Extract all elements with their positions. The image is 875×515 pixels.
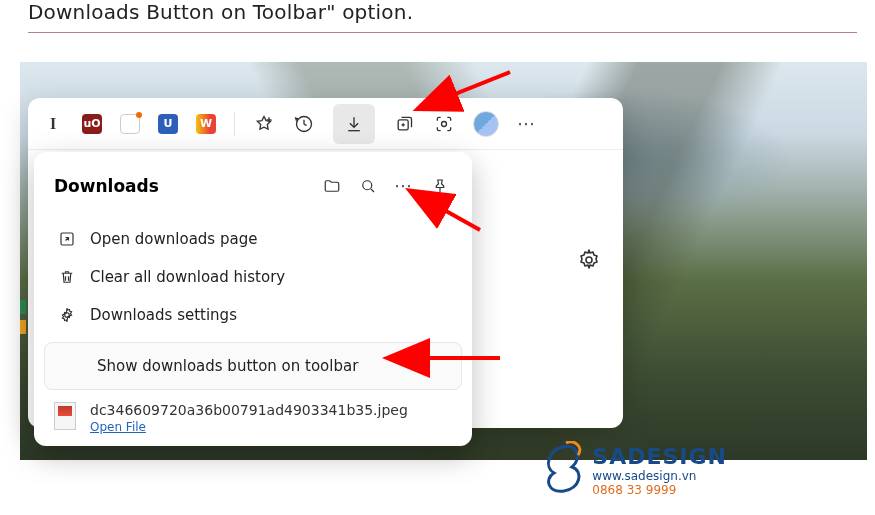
downloads-menu: Open downloads page Clear all download h… <box>44 216 462 336</box>
watermark-url: www.sadesign.vn <box>592 469 727 483</box>
browser-toolbar: I uO U W ⋯ <box>28 98 623 150</box>
horizontal-rule <box>28 32 857 33</box>
history-icon[interactable] <box>293 113 315 135</box>
profile-avatar[interactable] <box>473 111 499 137</box>
divider <box>234 112 235 136</box>
ublock-icon[interactable]: uO <box>82 114 102 134</box>
menu-show-button-on-toolbar[interactable]: Show downloads button on toolbar <box>44 342 462 390</box>
pin-icon[interactable] <box>424 170 456 202</box>
extension-icon[interactable]: I <box>42 113 64 135</box>
svg-point-4 <box>363 181 372 190</box>
panel-title: Downloads <box>54 176 312 196</box>
watermark: SADESIGN www.sadesign.vn 0868 33 9999 <box>538 441 727 497</box>
download-open-file-link[interactable]: Open File <box>90 420 408 434</box>
panel-header: Downloads ⋯ <box>34 160 472 216</box>
page-settings-gear-icon[interactable] <box>577 248 601 276</box>
svg-point-2 <box>442 121 447 126</box>
menu-clear-history[interactable]: Clear all download history <box>44 258 462 296</box>
svg-point-3 <box>586 257 592 263</box>
menu-label: Show downloads button on toolbar <box>97 357 358 375</box>
menu-label: Open downloads page <box>90 230 257 248</box>
article-snippet: Downloads Button on Toolbar" option. <box>0 0 875 32</box>
downloads-panel: Downloads ⋯ Open downloads page Clear al… <box>34 152 472 446</box>
menu-label: Clear all download history <box>90 268 285 286</box>
search-icon[interactable] <box>352 170 384 202</box>
w-extension-icon[interactable]: W <box>196 114 216 134</box>
more-options-icon[interactable]: ⋯ <box>388 170 420 202</box>
screenshot-icon[interactable] <box>433 113 455 135</box>
bitwarden-icon[interactable]: U <box>158 114 178 134</box>
watermark-brand: SADESIGN <box>592 444 727 469</box>
collections-icon[interactable] <box>393 113 415 135</box>
download-entry[interactable]: dc346609720a36b00791ad4903341b35.jpeg Op… <box>34 390 472 440</box>
side-accent <box>20 320 26 334</box>
side-accent <box>20 300 26 314</box>
menu-open-downloads-page[interactable]: Open downloads page <box>44 220 462 258</box>
watermark-logo-icon <box>538 441 586 497</box>
download-filename: dc346609720a36b00791ad4903341b35.jpeg <box>90 402 408 418</box>
watermark-phone: 0868 33 9999 <box>592 483 727 497</box>
svg-point-6 <box>65 313 70 318</box>
share-extension-icon[interactable] <box>120 114 140 134</box>
browser-window: I uO U W ⋯ Downloads <box>28 98 623 428</box>
more-menu-icon[interactable]: ⋯ <box>517 115 537 133</box>
downloads-toolbar-button[interactable] <box>333 104 375 144</box>
open-folder-icon[interactable] <box>316 170 348 202</box>
menu-downloads-settings[interactable]: Downloads settings <box>44 296 462 334</box>
menu-label: Downloads settings <box>90 306 237 324</box>
favorites-icon[interactable] <box>253 113 275 135</box>
file-thumbnail-icon <box>54 402 76 430</box>
